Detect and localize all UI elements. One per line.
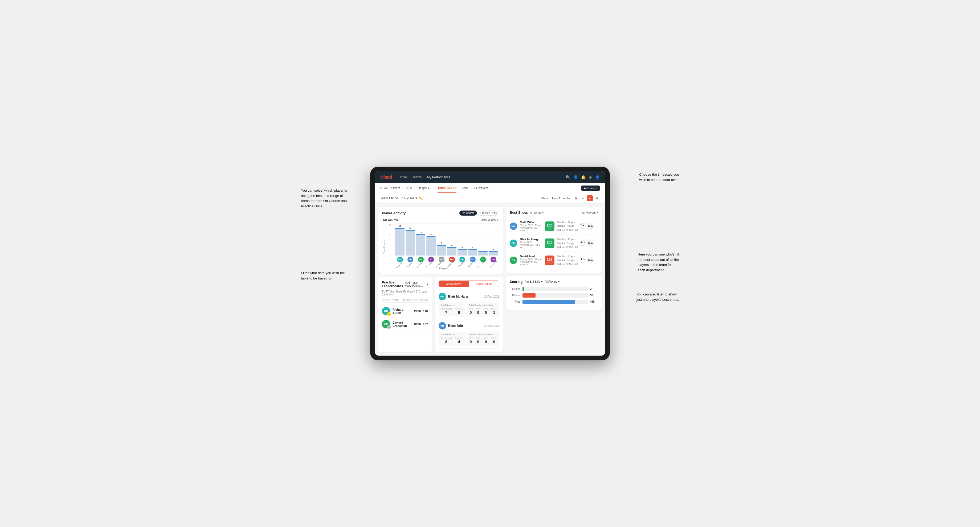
shots-header: Best Shots All Shots ▾ All Players ▾ (510, 211, 598, 214)
practice-drills-toggle[interactable]: Practice Drills (478, 211, 499, 216)
profile-icon[interactable]: 👤 (595, 175, 600, 179)
shot-chevron-1[interactable]: › (597, 224, 598, 229)
shot-player-name-3: David Ford (520, 255, 542, 258)
bar-EC: 2 (478, 248, 488, 256)
search-icon[interactable]: 🔍 (566, 175, 570, 179)
scoring-title: Scoring (510, 280, 522, 284)
practice-val-2: 4 (458, 340, 460, 344)
top-nav: clippd Home Teams My Performance 🔍 👤 🔔 ⊕… (375, 171, 605, 183)
nav-myperformance[interactable]: My Performance (427, 174, 450, 180)
shot-badge-3: 198 SG (545, 256, 554, 265)
nav-teams[interactable]: Teams (412, 174, 422, 180)
list-view-icon[interactable]: ≡ (580, 195, 586, 201)
app-label-2: APP (476, 337, 480, 339)
name-row-JC: J. Coles (425, 264, 433, 266)
y-15: 15 (389, 224, 391, 226)
putt-val-1: 1 (493, 310, 495, 314)
bar-BM: 13 (395, 225, 404, 256)
active-player-2: RB Rees Britt 02 Sep 2023 Total Rounds (439, 319, 499, 349)
add-team-button[interactable]: Add Team (581, 186, 600, 191)
bar-RB: 3 (458, 246, 467, 256)
total-rounds-dropdown[interactable]: Total Rounds ▾ (480, 219, 498, 221)
left-col: Player Activity On Course Practice Drill… (378, 207, 503, 352)
sub-nav-hcaps[interactable]: Hcaps 1-5 (418, 183, 432, 193)
shots-filter1[interactable]: All Shots ▾ (530, 211, 544, 214)
avatar-DF: DF (418, 257, 424, 262)
active-player-2-date: 02 Sep 2023 (484, 324, 499, 327)
app-stat-2: APP 0 (476, 337, 480, 344)
show-select[interactable]: Last 3 months (552, 197, 570, 200)
settings-icon[interactable]: ⊕ (589, 175, 592, 179)
shot-lie-end-3: End Lie: In The Hole (557, 262, 578, 266)
name-row-LR: L. Robertson (487, 264, 498, 266)
sub-nav-tour[interactable]: Tour (462, 183, 468, 193)
shot-badge-2: 200 SG (545, 238, 554, 248)
y-axis-label: Total Rounds (383, 224, 386, 270)
shot-lie-end-2: End Lie: In The Hole (557, 245, 578, 249)
annotation-player-select: You can select which player isdoing the … (301, 188, 347, 209)
sub-nav-all-players[interactable]: All Players (473, 183, 488, 193)
sub-nav-team-clippd[interactable]: Team Clippd (438, 183, 457, 193)
active-tabs: Most Active Least Active (439, 281, 499, 287)
bell-icon[interactable]: 🔔 (581, 175, 585, 179)
birdies-label: Birdies (510, 294, 520, 297)
grid-view-icon[interactable]: ⊞ (573, 195, 579, 201)
shot-stat-1: 67 yds (581, 223, 585, 229)
right-col: Best Shots All Shots ▾ All Players ▾ MM (506, 207, 602, 352)
arg-stat-2: ARG 0 (484, 337, 488, 344)
arg-label-1: ARG (484, 308, 488, 310)
active-stats-row-2: Total Rounds Tournament 8 Practice (439, 332, 499, 346)
annotation-timescale: Choose the timescale youwish to see the … (639, 172, 679, 182)
pars-row: Pars 499 (510, 300, 598, 304)
bar-val-OB: 4 (451, 244, 452, 246)
birdies-bar-fill (522, 293, 536, 298)
leaderboard-dropdown[interactable]: PUTT Must Make Putting... ▾ (405, 281, 428, 287)
avatar-row-DF: DF (416, 257, 425, 262)
practice-activities-vals-2: GTT 0 APP 0 (469, 337, 497, 344)
practice-label-1: Practice (455, 308, 463, 310)
most-active-card: Most Active Least Active BM Blair McHarg… (435, 277, 503, 352)
tablet-frame: clippd Home Teams My Performance 🔍 👤 🔔 ⊕… (370, 167, 610, 360)
name-row-EE: E. Ebert (434, 264, 442, 266)
player-activity-header: Player Activity On Course Practice Drill… (382, 211, 499, 216)
active-player-2-header: RB Rees Britt 02 Sep 2023 (439, 322, 499, 330)
scoring-filter1[interactable]: Par 3, 4 & 5s ▾ (525, 280, 542, 283)
name-row-MM: M. Miller (466, 264, 474, 266)
bar-fill-RB (458, 249, 467, 256)
heart-view-icon[interactable]: ♥ (587, 195, 593, 201)
shots-filter2[interactable]: All Players ▾ (582, 211, 598, 214)
shot-chevron-2[interactable]: › (597, 241, 598, 245)
bar-fill-OB (447, 247, 457, 256)
users-icon[interactable]: 👤 (573, 175, 578, 179)
bar-DF: 10 (416, 231, 425, 256)
least-active-tab[interactable]: Least Active (469, 281, 499, 287)
shot-dist-2: Shot Dist: 43 yds (557, 237, 578, 241)
shot-chevron-3[interactable]: › (597, 258, 598, 262)
shot-player-info-3: David Ford 24 Aug 2023 · Royal North Dev… (520, 255, 542, 266)
shot-zero-2: 0 yds (587, 240, 594, 247)
putt-stat-1: PUTT 1 (492, 308, 497, 315)
total-rounds-label-1: Total Rounds (441, 304, 463, 306)
sub-nav-pga[interactable]: PGA (406, 183, 412, 193)
nav-home[interactable]: Home (398, 174, 407, 180)
active-stats-row-1: Total Rounds Tournament 7 Practice (439, 302, 499, 316)
bar-JC: 9 (426, 233, 436, 256)
rank-badge-2: 2 (387, 325, 391, 329)
active-player-1-date: 26 Aug 2023 (484, 295, 499, 298)
chart-section: On Course Total Rounds ▾ Total Rounds (382, 218, 499, 270)
sub-nav-pgat[interactable]: PGAT Players (380, 183, 400, 193)
most-active-tab[interactable]: Most Active (439, 281, 469, 287)
shot-item-3: DF David Ford 24 Aug 2023 · Royal North … (510, 252, 598, 269)
avatar-JC: JC (428, 257, 434, 262)
app-label-1: APP (476, 308, 480, 310)
edit-icon[interactable]: ✏️ (419, 197, 423, 200)
bar-LR: 2 (488, 248, 498, 256)
shot-zero-1: 0 yds (587, 222, 594, 230)
scoring-filter2[interactable]: All Players ▾ (545, 280, 560, 283)
scoring-card: Scoring Par 3, 4 & 5s ▾ All Players ▾ Ea… (506, 276, 602, 310)
filter-view-icon[interactable]: ⊟ (594, 195, 600, 201)
practice-activities-group-2: Total Practice Activities GTT 0 APP (466, 332, 499, 346)
eagles-count: 3 (590, 287, 598, 290)
on-course-toggle[interactable]: On Course (460, 211, 477, 216)
app-val-1: 0 (477, 310, 479, 314)
